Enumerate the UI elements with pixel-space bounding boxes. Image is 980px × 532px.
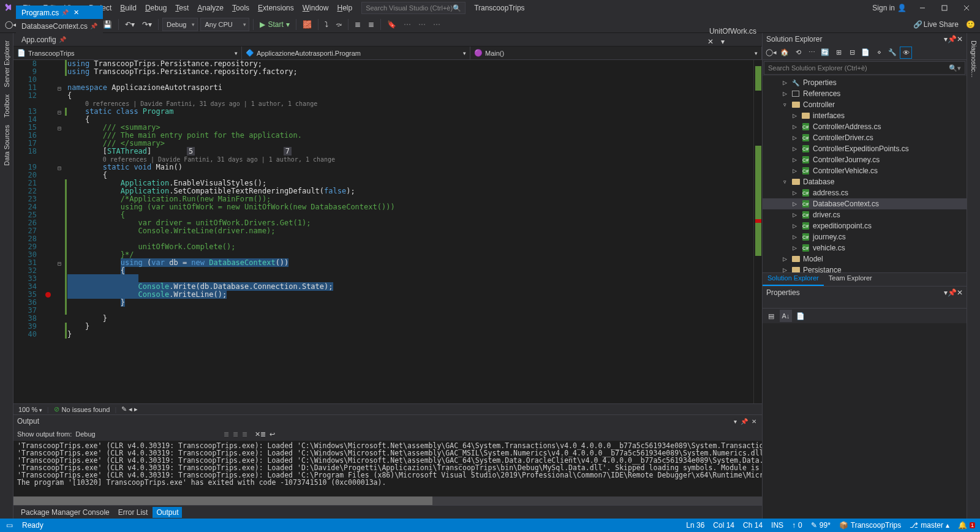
se-back-button[interactable]: ◯◂ [765,47,777,59]
se-pin-icon[interactable]: 📌 [948,35,957,43]
pin-icon[interactable]: 📌 [59,36,66,43]
doc-tab-databasecontext-cs[interactable]: DatabaseContext.cs📌 [16,19,103,32]
tree-node-expeditionpoint-cs[interactable]: ▷C#expeditionpoint.cs [763,220,967,231]
props-pin-icon[interactable]: 📌 [948,288,957,297]
se-preview-button[interactable]: 👁 [900,47,912,59]
tree-node-properties[interactable]: ▷Properties [763,77,967,88]
tree-node-controllerdriver-cs[interactable]: ▷C#ControllerDriver.cs [763,132,967,143]
redo-button[interactable]: ↷▾ [140,19,154,30]
props-close-icon[interactable]: ✕ [957,288,963,297]
tree-node-interfaces[interactable]: ▷interfaces [763,110,967,121]
bottom-tab-package-manager-console[interactable]: Package Manager Console [17,507,113,518]
tree-node-controllerjourney-cs[interactable]: ▷C#ControllerJourney.cs [763,154,967,165]
se-home-button[interactable]: 🏠 [778,47,791,59]
menu-help[interactable]: Help [333,4,356,12]
menu-debug[interactable]: Debug [141,4,171,12]
menu-window[interactable]: Window [298,4,333,12]
bottom-tab-error-list[interactable]: Error List [115,507,152,518]
se-showall-button[interactable]: 📄 [859,47,872,59]
step-into-button[interactable]: ⤵ [322,19,331,30]
se-close-icon[interactable]: ✕ [957,35,963,43]
solution-explorer-search[interactable]: Search Solution Explorer (Ctrl+è) 🔍▾ [764,61,965,75]
status-repo[interactable]: 📦 TranscoopTrips [839,521,901,530]
nav-member-dropdown[interactable]: 🟣 Main()▾ [470,47,762,59]
output-clear-button[interactable]: ✕≣ [255,430,266,438]
status-notifications[interactable]: 🔔1 [958,521,975,530]
nav-project-dropdown[interactable]: 📄 TranscoopTrips▾ [13,47,242,59]
side-tab-diagnostic[interactable]: Diagnostic... [969,37,979,81]
side-tab-toolbox[interactable]: Toolbox [2,91,12,121]
close-icon[interactable]: ✕ [704,37,717,46]
output-btn-1[interactable]: ≣ [224,430,229,438]
nav-prev-button[interactable]: ✎ ◂ ▸ [121,405,138,413]
tree-node-references[interactable]: ▷References [763,88,967,99]
tb-btn-5[interactable]: ⋯ [416,19,428,30]
doc-tab-unitofwork-cs[interactable]: UnitOfWork.cs [704,24,762,37]
solution-explorer-tree[interactable]: ▷Properties▷References▿Controller▷interf… [763,76,967,272]
tb-btn-3[interactable]: ≣ [366,19,377,30]
panel-close-icon[interactable]: ✕ [750,418,758,425]
status-branch[interactable]: ⎇ master ▴ [910,521,949,530]
pin-icon[interactable]: 📌 [90,23,97,29]
sign-in-button[interactable]: Sign in 👤 [872,4,907,12]
tree-node-address-cs[interactable]: ▷C#address.cs [763,187,967,198]
tab-solution-explorer[interactable]: Solution Explorer [763,273,824,286]
doc-tab-app-config[interactable]: App.config📌 [16,32,103,46]
tb-btn-2[interactable]: ≣ [352,19,363,30]
overview-ruler[interactable] [753,60,762,403]
output-hscrollbar[interactable] [13,496,762,505]
quick-launch-search[interactable]: Search Visual Studio (Ctrl+è) 🔍 [361,2,466,14]
tree-node-model[interactable]: ▷Model [763,253,967,264]
props-object-combo[interactable] [763,299,967,309]
window-minimize-button[interactable] [911,0,933,16]
tree-node-persistance[interactable]: ▷Persistance [763,264,967,272]
bookmark-button[interactable]: 🔖 [385,19,399,30]
se-btn-9[interactable]: ⋄ [873,47,885,59]
se-sync-button[interactable]: ⟲ [792,47,804,59]
feedback-button[interactable]: 🙂 [963,19,978,30]
panel-dropdown-icon[interactable]: ▾ [732,418,739,425]
props-alphabetical-button[interactable]: A↓ [780,310,792,322]
menu-analyze[interactable]: Analyze [193,4,228,12]
menu-test[interactable]: Test [171,4,193,12]
tree-node-databasecontext-cs[interactable]: ▷C#DatabaseContext.cs [763,198,967,209]
tree-node-driver-cs[interactable]: ▷C#driver.cs [763,209,967,220]
status-pending[interactable]: ✎ 99* [811,521,831,530]
tree-node-database[interactable]: ▿Database [763,176,967,187]
output-wrap-button[interactable]: ↩ [270,430,275,438]
window-close-button[interactable] [956,0,978,16]
undo-button[interactable]: ↶▾ [123,19,137,30]
live-share-button[interactable]: 🔗 Live Share [911,19,961,30]
doc-tab-program-cs[interactable]: Program.cs📌✕ [16,6,103,19]
props-categorized-button[interactable]: ▤ [765,310,777,322]
close-icon[interactable]: ✕ [74,9,79,17]
code-editor[interactable]: 8using TranscoopTrips.Persistance.reposi… [13,60,753,403]
output-btn-2[interactable]: ≣ [233,430,238,438]
window-maximize-button[interactable] [933,0,956,16]
tb-btn-4[interactable]: ⋯ [401,19,413,30]
error-indicator[interactable]: ⊘ No issues found [54,405,110,413]
panel-pin-icon[interactable]: 📌 [739,418,750,425]
bottom-tab-output[interactable]: Output [153,507,182,518]
tree-node-journey-cs[interactable]: ▷C#journey.cs [763,231,967,242]
pin-icon[interactable]: 📌 [61,9,69,16]
props-pages-button[interactable]: 📄 [794,310,807,322]
se-refresh-button[interactable]: 🔄 [819,47,831,59]
zoom-dropdown[interactable]: 100 % [18,406,42,413]
output-btn-3[interactable]: ≣ [242,430,247,438]
tree-node-controllerexpeditionpoints-cs[interactable]: ▷C#ControllerExpeditionPoints.cs [763,143,967,154]
config-dropdown[interactable]: Debug [162,18,198,31]
tree-node-vehicle-cs[interactable]: ▷C#vehicle.cs [763,242,967,253]
se-properties-button[interactable]: 🔧 [886,47,899,59]
menu-tools[interactable]: Tools [228,4,254,12]
tab-team-explorer[interactable]: Team Explorer [824,273,877,286]
tree-node-controlleraddress-cs[interactable]: ▷C#ControllerAddress.cs [763,121,967,132]
platform-dropdown[interactable]: Any CPU [200,18,249,31]
side-tab-server-explorer[interactable]: Server Explorer [2,37,12,91]
nav-scope-dropdown[interactable]: 🔷 ApplicazioneAutotrasporti.Program▾ [242,47,470,59]
tb-btn-1[interactable]: 🧱 [300,19,314,30]
step-over-button[interactable]: ⤼ [333,19,344,30]
se-btn-6[interactable]: ⊞ [832,47,845,59]
start-debug-button[interactable]: ▶ Start ▾ [257,19,292,30]
se-collapse-button[interactable]: ⊟ [846,47,858,59]
